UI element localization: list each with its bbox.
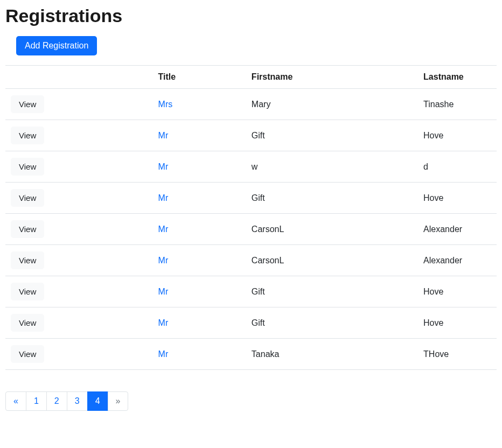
- view-button[interactable]: View: [11, 283, 44, 300]
- firstname-cell: Gift: [246, 276, 418, 307]
- pagination-page[interactable]: 4: [88, 392, 108, 410]
- firstname-cell: Gift: [246, 183, 418, 214]
- add-registration-button[interactable]: Add Registration: [16, 36, 97, 55]
- firstname-cell: Mary: [246, 89, 418, 120]
- view-button[interactable]: View: [11, 189, 44, 207]
- pagination-page[interactable]: 2: [47, 392, 67, 410]
- title-link[interactable]: Mr: [158, 193, 169, 202]
- pagination: «1234»: [5, 391, 497, 411]
- table-row: ViewMrTanakaTHove: [5, 339, 497, 370]
- view-button[interactable]: View: [11, 251, 44, 269]
- table-row: ViewMrsMaryTinashe: [5, 89, 497, 120]
- view-button[interactable]: View: [11, 345, 44, 363]
- table-header-title: Title: [153, 66, 246, 89]
- firstname-cell: Gift: [246, 307, 418, 339]
- title-link[interactable]: Mr: [158, 162, 169, 171]
- firstname-cell: Gift: [246, 120, 418, 151]
- page-title: Registrations: [5, 5, 497, 26]
- lastname-cell: Tinashe: [418, 89, 497, 120]
- pagination-page[interactable]: 3: [67, 392, 87, 410]
- lastname-cell: THove: [418, 339, 497, 370]
- table-row: ViewMrwd: [5, 151, 497, 183]
- firstname-cell: w: [246, 151, 418, 183]
- view-button[interactable]: View: [11, 314, 44, 332]
- table-row: ViewMrGiftHove: [5, 183, 497, 214]
- pagination-next: »: [108, 392, 128, 410]
- table-header-firstname: Firstname: [246, 66, 418, 89]
- title-link[interactable]: Mr: [158, 349, 169, 359]
- title-link[interactable]: Mrs: [158, 100, 173, 109]
- title-link[interactable]: Mr: [158, 287, 169, 296]
- lastname-cell: Hove: [418, 120, 497, 151]
- title-link[interactable]: Mr: [158, 318, 169, 327]
- table-header-lastname: Lastname: [418, 66, 497, 89]
- firstname-cell: CarsonL: [246, 214, 418, 245]
- lastname-cell: Hove: [418, 307, 497, 339]
- lastname-cell: Hove: [418, 183, 497, 214]
- table-row: ViewMrGiftHove: [5, 276, 497, 307]
- lastname-cell: d: [418, 151, 497, 183]
- lastname-cell: Alexander: [418, 245, 497, 276]
- view-button[interactable]: View: [11, 127, 44, 144]
- view-button[interactable]: View: [11, 158, 44, 176]
- lastname-cell: Hove: [418, 276, 497, 307]
- title-link[interactable]: Mr: [158, 256, 169, 265]
- registrations-table: Title Firstname Lastname ViewMrsMaryTina…: [5, 65, 497, 370]
- view-button[interactable]: View: [11, 220, 44, 238]
- pagination-prev[interactable]: «: [6, 392, 26, 410]
- title-link[interactable]: Mr: [158, 131, 169, 140]
- table-row: ViewMrGiftHove: [5, 307, 497, 339]
- view-button[interactable]: View: [11, 95, 44, 113]
- title-link[interactable]: Mr: [158, 225, 169, 234]
- table-header-action: [5, 66, 153, 89]
- pagination-page[interactable]: 1: [26, 392, 46, 410]
- firstname-cell: Tanaka: [246, 339, 418, 370]
- lastname-cell: Alexander: [418, 214, 497, 245]
- table-row: ViewMrCarsonLAlexander: [5, 214, 497, 245]
- firstname-cell: CarsonL: [246, 245, 418, 276]
- table-row: ViewMrCarsonLAlexander: [5, 245, 497, 276]
- table-row: ViewMrGiftHove: [5, 120, 497, 151]
